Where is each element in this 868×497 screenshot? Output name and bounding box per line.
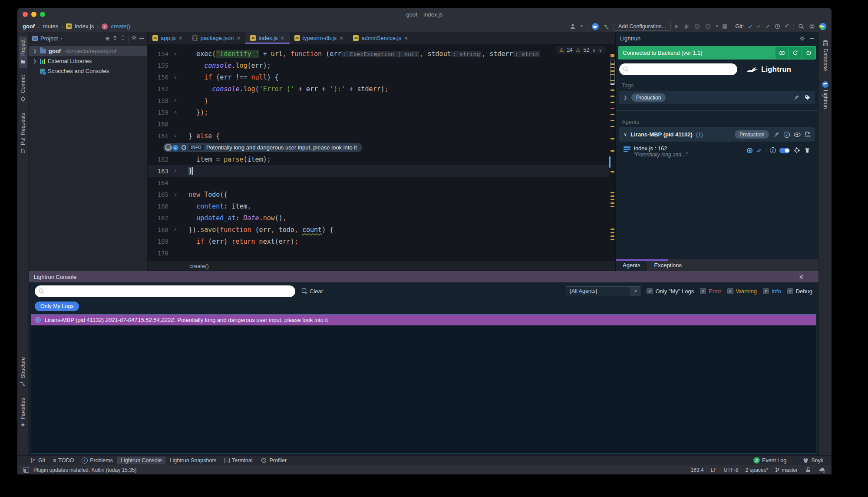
info-icon[interactable]: i (770, 147, 776, 153)
code-line[interactable]: console.log('Error (' + err + '):' + std… (181, 85, 389, 93)
breadcrumb-function[interactable]: create() (111, 23, 130, 30)
fold-marker-icon[interactable]: ∨ (170, 192, 181, 197)
settings-gear-icon[interactable] (809, 23, 815, 30)
stripe-tab-lightrun[interactable]: Lightrun (821, 78, 829, 112)
hide-panel-icon[interactable]: ─ (809, 273, 813, 280)
watch-icon[interactable] (776, 47, 788, 59)
tree-item-scratches[interactable]: Scratches and Consoles (29, 66, 147, 76)
status-message[interactable]: Plugin updates installed: Kotlin (today … (33, 467, 137, 473)
refresh-icon[interactable] (789, 47, 802, 59)
stripe-tab-commit[interactable]: Commit (19, 72, 27, 105)
panel-settings-gear-icon[interactable] (799, 35, 805, 42)
prev-issue-icon[interactable]: ∧ (592, 47, 596, 53)
tag-icon[interactable] (804, 94, 811, 101)
git-update-icon[interactable]: ↙ (748, 23, 752, 29)
hide-panel-icon[interactable]: ─ (139, 35, 144, 42)
line-number[interactable]: 168 (148, 226, 170, 233)
line-number[interactable]: 170 (148, 250, 170, 257)
cloud-sync-icon[interactable] (592, 23, 599, 30)
power-icon[interactable] (802, 47, 815, 59)
only-my-logs-chip[interactable]: Only My Logs (35, 302, 79, 311)
chevron-down-icon[interactable]: ▾ (60, 36, 62, 40)
info-icon[interactable]: i (784, 132, 790, 138)
eye-icon[interactable] (794, 131, 801, 138)
chevron-down-icon[interactable]: ∨ (624, 132, 627, 137)
breadcrumb-file[interactable]: index.js (75, 23, 94, 30)
clear-button[interactable]: Clear (301, 288, 323, 295)
code-line[interactable]: content: item, (181, 202, 251, 210)
chevron-down-icon[interactable]: ▼ (580, 24, 584, 28)
close-icon[interactable]: ✕ (178, 35, 183, 41)
chevron-down-icon[interactable]: ▼ (630, 287, 640, 296)
filter-only-my-logs[interactable]: ✓Only "My" Logs (647, 288, 694, 295)
line-number[interactable]: 161 (148, 133, 170, 139)
line-number[interactable]: 155 (148, 62, 170, 69)
line-separator[interactable]: LF (711, 467, 717, 473)
radio-active-icon[interactable] (747, 148, 752, 153)
stripe-tab-favorites[interactable]: Favorites ★ (19, 395, 27, 431)
code-line[interactable]: updated_at: Date.now(), (181, 214, 287, 222)
tag-pill[interactable]: Production (631, 93, 666, 102)
indent-style[interactable]: 2 spaces* (746, 467, 769, 473)
fold-marker-icon[interactable]: ∨ (170, 74, 181, 80)
enable-toggle[interactable] (779, 148, 790, 153)
tab-agents[interactable]: Agents (616, 259, 647, 271)
code-line[interactable]: }); (181, 109, 208, 116)
tab-app-js[interactable]: JSapp.js✕ (148, 32, 188, 44)
file-encoding[interactable]: UTF-8 (724, 467, 739, 473)
breadcrumb-routes[interactable]: routes (43, 23, 58, 30)
line-number[interactable]: 157 (148, 86, 170, 93)
snyk-button[interactable]: Snyk (798, 456, 827, 465)
hide-panel-icon[interactable]: ─ (810, 35, 814, 42)
fold-marker-icon[interactable]: ∨ (170, 51, 181, 56)
project-panel-title[interactable]: Project (40, 35, 58, 42)
chevron-right-icon[interactable]: ❯ (33, 49, 37, 53)
line-number[interactable]: 163 (148, 168, 170, 175)
toolwindow-lightrun-console[interactable]: Lightrun Console (117, 457, 166, 464)
lightrun-search-input[interactable] (619, 63, 737, 75)
toolwindow-todo[interactable]: ≡ TODO (49, 457, 78, 464)
run-icon[interactable] (675, 24, 679, 29)
code-line[interactable]: exec('identify ' + url, function (err: E… (181, 50, 540, 58)
lightrun-search[interactable] (619, 63, 737, 75)
tab-exceptions[interactable]: Exceptions (647, 259, 689, 271)
filter-debug[interactable]: ✓Debug (787, 288, 812, 295)
scrollbar-thumb[interactable] (610, 59, 615, 85)
agent-tag-pill[interactable]: Production (735, 130, 769, 139)
code-line[interactable]: } else { (181, 132, 220, 140)
search-icon[interactable] (798, 23, 805, 30)
tab-typeorm-db-js[interactable]: JStypeorm-db.js✕ (290, 32, 349, 44)
line-number[interactable]: 165 (148, 191, 170, 198)
console-search[interactable] (35, 285, 295, 297)
code-line[interactable]: item = parse(item); (181, 156, 271, 163)
build-hammer-icon[interactable] (603, 23, 610, 30)
fold-marker-icon[interactable]: ∧ (170, 168, 181, 174)
inspection-widget[interactable]: ⚠24 ⚠52 ∧ ∨ (556, 46, 606, 54)
close-icon[interactable]: ✕ (281, 35, 285, 41)
code-line[interactable]: } (181, 167, 193, 175)
toolwindow-problems[interactable]: ! Problems (78, 457, 117, 464)
line-number[interactable]: 159 (148, 109, 170, 116)
pin-icon[interactable] (793, 94, 800, 101)
panel-settings-gear-icon[interactable] (798, 273, 805, 280)
line-number[interactable]: 169 (148, 238, 170, 245)
fold-marker-icon[interactable]: ∧ (170, 98, 181, 103)
debug-bug-icon[interactable] (683, 23, 690, 30)
cloud-settings-icon[interactable] (818, 467, 825, 474)
code-line[interactable]: if (err !== null) { (181, 73, 279, 81)
code-line[interactable]: } (181, 97, 208, 105)
breadcrumb-project[interactable]: goof (23, 23, 35, 30)
toolwindow-profiler[interactable]: Profiler (256, 456, 290, 465)
panel-settings-gear-icon[interactable] (131, 35, 137, 42)
fold-marker-icon[interactable]: ∧ (170, 109, 181, 115)
rollback-icon[interactable]: ↶ (785, 23, 789, 29)
tab-index-js[interactable]: JSindex.js✕ (245, 32, 289, 44)
plugin-icon[interactable]: ▶ (819, 23, 826, 30)
chevron-right-icon[interactable]: ❯ (624, 95, 628, 100)
tab-adminservice-js[interactable]: JSadminService.js✕ (348, 32, 413, 44)
chevron-down-icon[interactable]: ▼ (715, 24, 719, 28)
line-number[interactable]: 162 (148, 156, 170, 163)
filter-info[interactable]: ✓Info (763, 288, 781, 295)
code-line[interactable]: }).save(function (err, todo, count) { (181, 226, 333, 234)
line-number[interactable]: 154 (148, 50, 170, 57)
